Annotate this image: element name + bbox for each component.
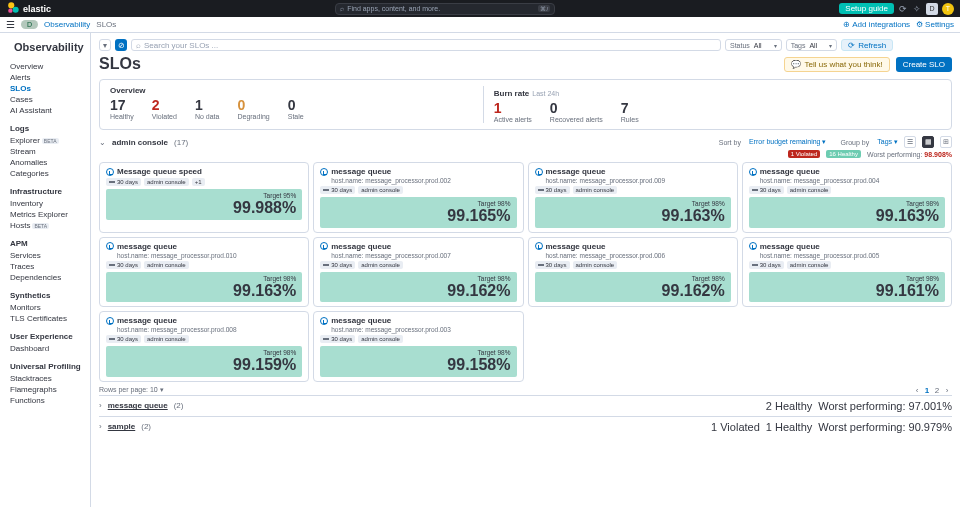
user-avatar[interactable]: T — [942, 3, 954, 15]
subgroup-name[interactable]: sample — [108, 422, 136, 431]
view-grid-button[interactable]: ▦ — [922, 136, 934, 148]
card-target: Target 98% — [541, 200, 725, 207]
nav-logs-categories[interactable]: Categories — [10, 168, 82, 179]
card-tag: admin console — [358, 335, 403, 343]
view-compact-button[interactable]: ⊞ — [940, 136, 952, 148]
page-prev[interactable]: ‹ — [912, 386, 922, 395]
card-value: 99.165% — [326, 207, 510, 225]
slo-card[interactable]: message queuehost.name: message_processo… — [528, 237, 738, 308]
slo-card[interactable]: message queuehost.name: message_processo… — [99, 311, 309, 382]
page-2[interactable]: 2 — [932, 386, 942, 395]
card-host: host.name: message_processor.prod.005 — [760, 252, 945, 259]
nav-apm-deps[interactable]: Dependencies — [10, 272, 82, 283]
nav-alerts[interactable]: Alerts — [10, 72, 82, 83]
nav-toggle-icon[interactable]: ☰ — [6, 19, 15, 30]
status-select[interactable]: StatusAll▾ — [725, 39, 782, 51]
card-body: Target 95%99.988% — [106, 189, 302, 220]
overview-label: Overview — [110, 86, 483, 95]
card-value: 99.163% — [112, 282, 296, 300]
feedback-button[interactable]: 💬Tell us what you think! — [784, 57, 889, 72]
global-search[interactable]: ⌕ Find apps, content, and more. ⌘/ — [335, 3, 555, 15]
nav-ux-label: User Experience — [10, 332, 82, 341]
card-tag-more[interactable]: +1 — [192, 178, 205, 186]
card-tag: admin console — [573, 186, 618, 194]
groupby-select[interactable]: Tags ▾ — [877, 138, 898, 146]
nav-synth-monitors[interactable]: Monitors — [10, 302, 82, 313]
nav-apm-traces[interactable]: Traces — [10, 261, 82, 272]
rows-per-page[interactable]: Rows per page: 10 ▾ — [99, 386, 164, 394]
nav-prof-functions[interactable]: Functions — [10, 395, 82, 406]
clear-filter-button[interactable]: ⊘ — [115, 39, 127, 51]
card-body: Target 98%99.161% — [749, 272, 945, 303]
card-title: message queue — [749, 167, 945, 176]
page-1[interactable]: 1 — [922, 386, 932, 395]
stat-desc: Degrading — [237, 113, 269, 120]
healthy-badge: 16 Healthy — [826, 150, 861, 158]
nav-infra-metrics[interactable]: Metrics Explorer — [10, 209, 82, 220]
slo-card[interactable]: message queuehost.name: message_processo… — [313, 311, 523, 382]
stat-number: 1 — [494, 100, 532, 116]
expand-icon[interactable]: › — [99, 422, 102, 431]
help-icon[interactable]: ✧ — [912, 4, 922, 14]
nav-apm-services[interactable]: Services — [10, 250, 82, 261]
healthy-badge: 2 Healthy — [766, 400, 812, 412]
plus-circle-icon: ⊕ — [843, 20, 850, 29]
settings-link[interactable]: ⚙Settings — [916, 20, 954, 29]
nav-ux-dashboard[interactable]: Dashboard — [10, 343, 82, 354]
stat-desc: Rules — [621, 116, 639, 123]
speech-icon: 💬 — [791, 60, 801, 69]
slo-search-input[interactable]: ⌕Search your SLOs ... — [131, 39, 721, 51]
nav-overview[interactable]: Overview — [10, 61, 82, 72]
card-title: message queue — [535, 167, 731, 176]
slo-status-icon — [320, 317, 328, 325]
expand-icon[interactable]: › — [99, 401, 102, 410]
card-value: 99.163% — [755, 207, 939, 225]
slo-card[interactable]: message queuehost.name: message_processo… — [99, 237, 309, 308]
crumb-observability[interactable]: Observability — [44, 20, 90, 29]
filter-button[interactable]: ▾ — [99, 39, 111, 51]
nav-slos[interactable]: SLOs — [10, 83, 82, 94]
slo-card[interactable]: Message queue speed30 daysadmin console+… — [99, 162, 309, 233]
nav-prof-stacktraces[interactable]: Stacktraces — [10, 373, 82, 384]
slo-card[interactable]: message queuehost.name: message_processo… — [742, 162, 952, 233]
nav-prof-label: Universal Profiling — [10, 362, 82, 371]
slo-status-icon — [749, 168, 757, 176]
slo-card[interactable]: message queuehost.name: message_processo… — [528, 162, 738, 233]
slo-card[interactable]: message queuehost.name: message_processo… — [313, 162, 523, 233]
slo-status-icon — [106, 168, 114, 176]
nav-logs-stream[interactable]: Stream — [10, 146, 82, 157]
card-tag: admin console — [358, 261, 403, 269]
nav-ai-assistant[interactable]: AI Assistant — [10, 105, 82, 116]
card-target: Target 98% — [755, 200, 939, 207]
violated-badge: 1 Violated — [711, 421, 760, 433]
nav-logs-anomalies[interactable]: Anomalies — [10, 157, 82, 168]
card-tag: admin console — [144, 178, 189, 186]
view-list-button[interactable]: ☰ — [904, 136, 916, 148]
space-avatar[interactable]: D — [926, 3, 938, 15]
card-value: 99.158% — [326, 356, 510, 374]
collapse-icon[interactable]: ⌄ — [99, 138, 106, 147]
nav-synth-tls[interactable]: TLS Certificates — [10, 313, 82, 324]
refresh-button[interactable]: ⟳Refresh — [841, 39, 893, 51]
card-body: Target 98%99.159% — [106, 346, 302, 377]
sort-select[interactable]: Error budget remaining ▾ — [749, 138, 827, 146]
slo-card[interactable]: message queuehost.name: message_processo… — [313, 237, 523, 308]
nav-infra-inventory[interactable]: Inventory — [10, 198, 82, 209]
create-slo-button[interactable]: Create SLO — [896, 57, 952, 72]
tags-select[interactable]: TagsAll▾ — [786, 39, 838, 51]
subgroup-name[interactable]: message queue — [108, 401, 168, 410]
nav-apm-label: APM — [10, 239, 82, 248]
nav-logs-explorer[interactable]: ExplorerBETA — [10, 135, 82, 146]
stat-number: 1 — [195, 97, 220, 113]
add-integrations-link[interactable]: ⊕Add integrations — [843, 20, 910, 29]
card-tag: admin console — [144, 335, 189, 343]
space-pill[interactable]: D — [21, 20, 38, 29]
nav-cases[interactable]: Cases — [10, 94, 82, 105]
page-next[interactable]: › — [942, 386, 952, 395]
setup-guide-button[interactable]: Setup guide — [839, 3, 894, 14]
newsfeed-icon[interactable]: ⟳ — [898, 4, 908, 14]
elastic-logo[interactable]: elastic — [6, 1, 51, 17]
nav-prof-flamegraphs[interactable]: Flamegraphs — [10, 384, 82, 395]
nav-infra-hosts[interactable]: HostsBETA — [10, 220, 82, 231]
slo-card[interactable]: message queuehost.name: message_processo… — [742, 237, 952, 308]
